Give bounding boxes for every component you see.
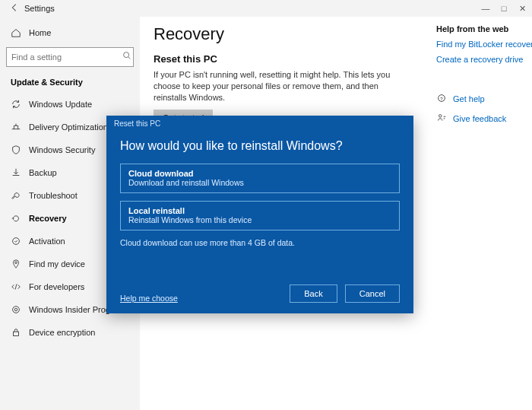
wrench-icon — [11, 190, 21, 201]
sidebar-item-label: Windows Security — [29, 145, 95, 154]
get-help-label: Get help — [453, 94, 485, 103]
recovery-icon — [11, 213, 21, 224]
close-button[interactable]: ✕ — [517, 4, 527, 14]
help-icon: ? — [436, 93, 447, 105]
link-bitlocker[interactable]: Find my BitLocker recovery key — [436, 40, 532, 49]
developer-icon — [11, 281, 21, 292]
option-cloud-download[interactable]: Cloud download Download and reinstall Wi… — [120, 164, 400, 193]
window-controls: — □ ✕ — [480, 4, 527, 14]
svg-point-2 — [15, 262, 17, 264]
reset-description: If your PC isn't running well, resetting… — [154, 69, 404, 103]
search-icon — [121, 50, 133, 64]
sidebar-item-windows-update[interactable]: Windows Update — [5, 93, 135, 116]
sidebar-item-label: Find my device — [29, 259, 85, 269]
reset-pc-dialog: Reset this PC How would you like to rein… — [106, 116, 413, 313]
back-button[interactable]: Back — [290, 284, 337, 303]
sidebar-item-label: Activation — [29, 237, 65, 246]
sidebar-item-device-encryption[interactable]: Device encryption — [5, 321, 135, 344]
sidebar-item-label: Delivery Optimization — [29, 122, 108, 132]
home-icon — [11, 27, 21, 38]
sidebar-item-label: Windows Update — [29, 100, 92, 109]
give-feedback-link[interactable]: Give feedback — [436, 113, 532, 125]
sidebar-item-label: Backup — [29, 168, 57, 177]
option-desc: Download and reinstall Windows — [128, 178, 391, 187]
link-recovery-drive[interactable]: Create a recovery drive — [436, 55, 532, 64]
cancel-button[interactable]: Cancel — [345, 284, 400, 303]
lock-icon — [11, 327, 21, 338]
minimize-button[interactable]: — — [480, 4, 491, 14]
sidebar-item-label: Device encryption — [29, 328, 95, 337]
dialog-question: How would you like to reinstall Windows? — [120, 139, 400, 153]
help-heading: Help from the web — [436, 24, 532, 33]
sidebar-home-label: Home — [29, 28, 51, 37]
titlebar: Settings — □ ✕ — [0, 0, 532, 17]
maximize-button[interactable]: □ — [499, 4, 509, 14]
svg-point-8 — [439, 115, 442, 118]
sidebar-item-label: For developers — [29, 282, 84, 291]
delivery-icon — [11, 122, 21, 132]
option-local-reinstall[interactable]: Local reinstall Reinstall Windows from t… — [120, 201, 400, 230]
help-me-choose-link[interactable]: Help me choose — [120, 294, 178, 303]
sidebar-item-label: Recovery — [29, 214, 67, 223]
shield-icon — [11, 145, 21, 155]
sync-icon — [11, 99, 21, 110]
insider-icon — [11, 304, 21, 315]
dialog-note: Cloud download can use more than 4 GB of… — [120, 238, 400, 247]
back-icon[interactable] — [9, 2, 20, 14]
svg-point-1 — [13, 238, 20, 245]
svg-point-3 — [13, 307, 20, 313]
help-panel: Help from the web Find my BitLocker reco… — [436, 24, 532, 125]
search-box[interactable] — [6, 47, 134, 67]
svg-rect-5 — [14, 332, 19, 335]
get-help-link[interactable]: ? Get help — [436, 93, 532, 105]
option-title: Local reinstall — [128, 206, 391, 215]
window-title: Settings — [24, 4, 55, 13]
settings-window: Settings — □ ✕ Home Update & Security Wi… — [0, 0, 532, 410]
option-desc: Reinstall Windows from this device — [128, 215, 391, 224]
dialog-title: Reset this PC — [106, 116, 413, 132]
svg-point-0 — [124, 52, 129, 58]
svg-text:?: ? — [440, 96, 443, 101]
option-title: Cloud download — [128, 169, 391, 178]
give-feedback-label: Give feedback — [453, 114, 506, 123]
sidebar-heading: Update & Security — [5, 73, 135, 93]
search-input[interactable] — [7, 52, 121, 62]
sidebar-home[interactable]: Home — [5, 21, 135, 44]
sidebar-item-label: Troubleshoot — [29, 191, 78, 200]
location-icon — [11, 259, 21, 269]
svg-point-4 — [14, 308, 17, 311]
check-circle-icon — [11, 236, 21, 246]
backup-icon — [11, 167, 21, 178]
feedback-icon — [436, 113, 447, 125]
